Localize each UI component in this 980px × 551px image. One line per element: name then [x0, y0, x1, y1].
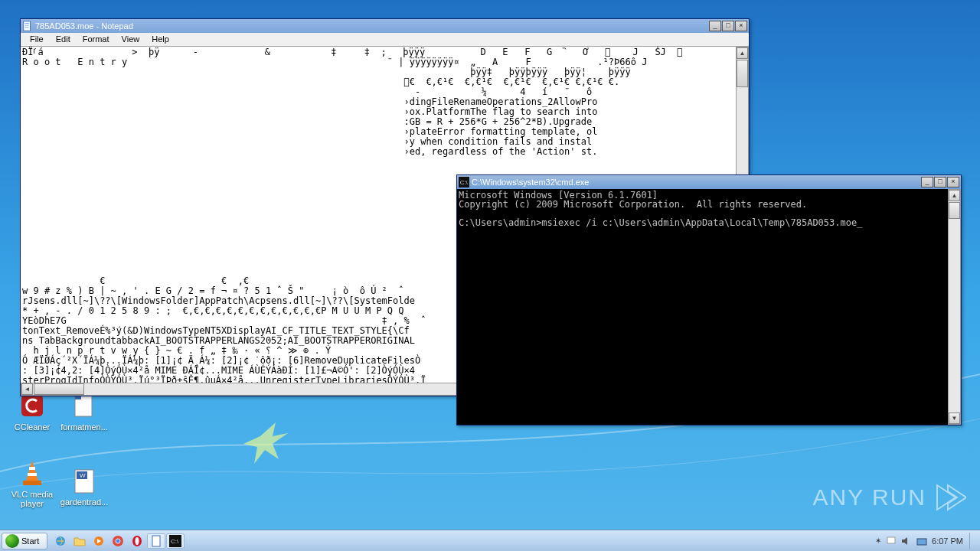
taskbar-item-notepad[interactable]: [147, 533, 165, 549]
opera-icon: [131, 535, 143, 547]
scroll-up-button[interactable]: ▲: [737, 47, 748, 59]
desktop-icon-label: CCleaner: [15, 422, 50, 432]
cmd-title: C:\Windows\system32\cmd.exe: [472, 178, 920, 187]
scroll-up-button[interactable]: ▲: [949, 190, 960, 201]
taskbar: Start C:\ ✶ 6:07 PM: [0, 530, 980, 551]
maximize-button[interactable]: □: [722, 21, 734, 31]
scroll-thumb[interactable]: [737, 60, 748, 87]
svg-point-20: [136, 537, 139, 545]
maximize-button[interactable]: □: [934, 177, 946, 187]
desktop-icon-vlc[interactable]: VLC media player: [8, 458, 57, 508]
desktop-icon-ccleaner[interactable]: CCleaner: [8, 390, 57, 432]
notepad-icon: [150, 535, 162, 547]
wmp-icon: [93, 535, 105, 547]
desktop-icon-label: formatmen...: [60, 422, 108, 432]
chrome-icon: [112, 535, 124, 547]
svg-text:C:\: C:\: [460, 179, 469, 186]
quick-launch: C:\: [51, 533, 185, 549]
close-button[interactable]: ×: [947, 177, 959, 187]
svg-rect-25: [917, 539, 926, 545]
svg-point-18: [116, 539, 120, 543]
svg-text:W: W: [80, 472, 86, 479]
cmd-icon: C:\: [169, 535, 181, 547]
tray-clock[interactable]: 6:07 PM: [932, 536, 963, 546]
scroll-thumb[interactable]: [34, 383, 84, 395]
svg-rect-5: [23, 481, 41, 485]
ql-wmp[interactable]: [90, 533, 108, 549]
system-tray: ✶ 6:07 PM: [871, 533, 980, 549]
volume-icon[interactable]: [901, 536, 912, 546]
svg-rect-9: [24, 21, 31, 31]
ie-icon: [54, 535, 67, 547]
menu-file[interactable]: File: [24, 33, 50, 46]
notepad-titlebar[interactable]: 785AD053.moe - Notepad _ □ ×: [21, 19, 749, 33]
menu-help[interactable]: Help: [145, 33, 175, 46]
notepad-menubar: File Edit Format View Help: [21, 33, 749, 47]
svg-rect-0: [21, 395, 43, 416]
desktop-icon-gardentrad[interactable]: W gardentrad...: [60, 465, 109, 507]
flag-icon[interactable]: [886, 536, 897, 546]
anyrun-watermark: ANY RUN: [813, 481, 966, 514]
scroll-down-button[interactable]: ▼: [949, 412, 960, 424]
ql-ie[interactable]: [51, 533, 70, 549]
play-icon: [933, 481, 966, 514]
folder-icon: [74, 535, 86, 547]
svg-rect-21: [152, 536, 160, 546]
tray-expand-icon[interactable]: ✶: [875, 536, 881, 545]
scroll-left-button[interactable]: ◄: [21, 383, 33, 395]
show-desktop-button[interactable]: [969, 533, 975, 549]
minimize-button[interactable]: _: [709, 21, 721, 31]
notepad-icon: [22, 21, 33, 31]
windows-orb-icon: [5, 534, 19, 548]
start-label: Start: [21, 536, 39, 546]
menu-format[interactable]: Format: [77, 33, 116, 46]
notepad-title: 785AD053.moe - Notepad: [35, 21, 708, 31]
svg-rect-3: [29, 467, 35, 470]
minimize-button[interactable]: _: [921, 177, 933, 187]
menu-view[interactable]: View: [116, 33, 146, 46]
cmd-window: C:\ C:\Windows\system32\cmd.exe _ □ × Mi…: [456, 174, 962, 425]
svg-text:C:\: C:\: [171, 538, 179, 545]
cmd-titlebar[interactable]: C:\ C:\Windows\system32\cmd.exe _ □ ×: [457, 175, 961, 189]
ql-opera[interactable]: [128, 533, 146, 549]
cmd-text-area[interactable]: Microsoft Windows [Version 6.1.7601] Cop…: [457, 189, 961, 425]
desktop-icon-label: gardentrad...: [60, 497, 108, 507]
network-icon[interactable]: [916, 536, 927, 546]
start-button[interactable]: Start: [2, 533, 47, 549]
desktop-icon-formatmen[interactable]: formatmen...: [60, 390, 109, 432]
taskbar-item-cmd[interactable]: C:\: [166, 533, 185, 549]
ql-explorer[interactable]: [70, 533, 89, 549]
desktop-icon-label: VLC media player: [11, 490, 53, 508]
svg-rect-24: [887, 537, 895, 543]
cmd-icon: C:\: [459, 177, 469, 187]
svg-rect-4: [28, 473, 37, 476]
ql-chrome[interactable]: [109, 533, 127, 549]
vertical-scrollbar[interactable]: ▲ ▼: [948, 189, 961, 425]
menu-edit[interactable]: Edit: [50, 33, 77, 46]
scroll-thumb[interactable]: [949, 202, 960, 219]
close-button[interactable]: ×: [735, 21, 747, 31]
